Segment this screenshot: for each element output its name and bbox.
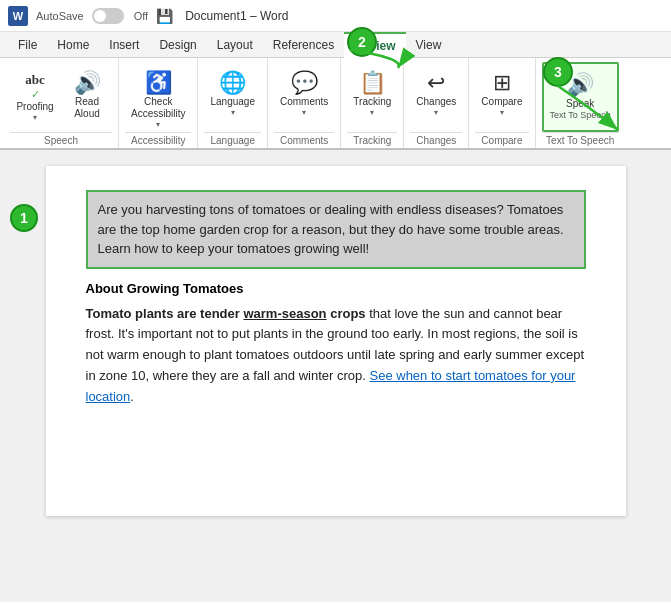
compare-group-label: Compare <box>475 132 528 146</box>
proofing-icon: abc <box>25 72 45 88</box>
accessibility-icon: ♿ <box>145 70 172 96</box>
tab-design[interactable]: Design <box>149 32 206 58</box>
ribbon-group-changes: ↩ Changes ▾ Changes <box>404 58 469 148</box>
speech-items: abc ✓ Proofing ▾ 🔊 ReadAloud <box>10 62 112 132</box>
proofing-label: Proofing <box>16 101 53 113</box>
language-arrow: ▾ <box>231 108 235 117</box>
compare-items: ⊞ Compare ▾ <box>475 62 528 132</box>
speak-icon: 🔊 <box>567 72 594 98</box>
tab-view[interactable]: View <box>406 32 452 58</box>
accessibility-items: ♿ CheckAccessibility ▾ <box>125 62 191 132</box>
comments-button[interactable]: 💬 Comments ▾ <box>274 62 334 132</box>
word-icon: W <box>8 6 28 26</box>
read-aloud-label: ReadAloud <box>74 96 100 120</box>
changes-group-label: Changes <box>410 132 462 146</box>
proofing-arrow: ▾ <box>33 113 37 122</box>
ribbon-group-language: 🌐 Language ▾ Language <box>198 58 268 148</box>
check-accessibility-button[interactable]: ♿ CheckAccessibility ▾ <box>125 62 191 132</box>
body-bold-start: Tomato plants are tender <box>86 306 244 321</box>
tracking-arrow: ▾ <box>370 108 374 117</box>
comments-icon: 💬 <box>291 70 318 96</box>
title-bar: W AutoSave Off 💾 Document1 – Word <box>0 0 671 32</box>
document-area: 1 Are you harvesting tons of tomatoes or… <box>0 150 671 602</box>
autosave-label: AutoSave <box>36 10 84 22</box>
read-aloud-button[interactable]: 🔊 ReadAloud <box>62 62 112 132</box>
ribbon: abc ✓ Proofing ▾ 🔊 ReadAloud Speech ♿ Ch… <box>0 58 671 150</box>
read-aloud-icon: 🔊 <box>74 70 101 96</box>
tab-insert[interactable]: Insert <box>99 32 149 58</box>
changes-arrow: ▾ <box>434 108 438 117</box>
comments-arrow: ▾ <box>302 108 306 117</box>
tab-review[interactable]: Review <box>344 32 405 58</box>
changes-icon: ↩ <box>427 70 445 96</box>
changes-button[interactable]: ↩ Changes ▾ <box>410 62 462 132</box>
tts-group-label: Text To Speech <box>542 132 619 146</box>
annotation-badge-1: 1 <box>10 204 38 232</box>
ribbon-tabs: File Home Insert Design Layout Reference… <box>0 32 671 58</box>
language-button[interactable]: 🌐 Language ▾ <box>204 62 261 132</box>
toggle-knob <box>94 10 106 22</box>
ribbon-group-tts: 🔊 Speak Text To Speech Text To Speech <box>536 58 625 148</box>
toggle-state: Off <box>134 10 148 22</box>
warm-season-text: warm-season <box>243 306 326 321</box>
doc-title: Document1 – Word <box>185 9 288 23</box>
compare-button[interactable]: ⊞ Compare ▾ <box>475 62 528 132</box>
language-icon: 🌐 <box>219 70 246 96</box>
tracking-label: Tracking <box>353 96 391 108</box>
compare-icon: ⊞ <box>493 70 511 96</box>
section-heading: About Growing Tomatoes <box>86 281 586 296</box>
tab-layout[interactable]: Layout <box>207 32 263 58</box>
body-period: . <box>130 389 134 404</box>
comments-group-label: Comments <box>274 132 334 146</box>
ribbon-group-comments: 💬 Comments ▾ Comments <box>268 58 341 148</box>
accessibility-group-label: Accessibility <box>125 132 191 146</box>
proofing-check-icon: ✓ <box>31 88 40 101</box>
ribbon-group-compare: ⊞ Compare ▾ Compare <box>469 58 535 148</box>
body-bold-crops: crops <box>327 306 366 321</box>
language-label: Language <box>210 96 255 108</box>
tab-references[interactable]: References <box>263 32 344 58</box>
speak-label: Speak <box>566 98 594 110</box>
compare-arrow: ▾ <box>500 108 504 117</box>
ribbon-group-accessibility: ♿ CheckAccessibility ▾ Accessibility <box>119 58 198 148</box>
language-group-label: Language <box>204 132 261 146</box>
tracking-group-label: Tracking <box>347 132 397 146</box>
tracking-button[interactable]: 📋 Tracking ▾ <box>347 62 397 132</box>
speech-group-label: Speech <box>10 132 112 146</box>
body-text: Tomato plants are tender warm-season cro… <box>86 304 586 408</box>
tracking-items: 📋 Tracking ▾ <box>347 62 397 132</box>
tracking-icon: 📋 <box>359 70 386 96</box>
highlighted-paragraph: Are you harvesting tons of tomatoes or d… <box>86 190 586 269</box>
compare-label: Compare <box>481 96 522 108</box>
speak-sublabel: Text To Speech <box>550 110 611 120</box>
accessibility-arrow: ▾ <box>156 120 160 129</box>
tab-home[interactable]: Home <box>47 32 99 58</box>
proofing-button[interactable]: abc ✓ Proofing ▾ <box>10 62 60 132</box>
doc-page: Are you harvesting tons of tomatoes or d… <box>46 166 626 516</box>
ribbon-group-speech: abc ✓ Proofing ▾ 🔊 ReadAloud Speech <box>4 58 119 148</box>
tab-file[interactable]: File <box>8 32 47 58</box>
changes-items: ↩ Changes ▾ <box>410 62 462 132</box>
tts-items: 🔊 Speak Text To Speech <box>542 62 619 132</box>
autosave-toggle[interactable] <box>92 8 124 24</box>
changes-label: Changes <box>416 96 456 108</box>
ribbon-group-tracking: 📋 Tracking ▾ Tracking <box>341 58 404 148</box>
language-items: 🌐 Language ▾ <box>204 62 261 132</box>
comments-label: Comments <box>280 96 328 108</box>
accessibility-label: CheckAccessibility <box>131 96 185 120</box>
speak-button[interactable]: 🔊 Speak Text To Speech <box>542 62 619 132</box>
comments-items: 💬 Comments ▾ <box>274 62 334 132</box>
save-icon[interactable]: 💾 <box>156 8 173 24</box>
